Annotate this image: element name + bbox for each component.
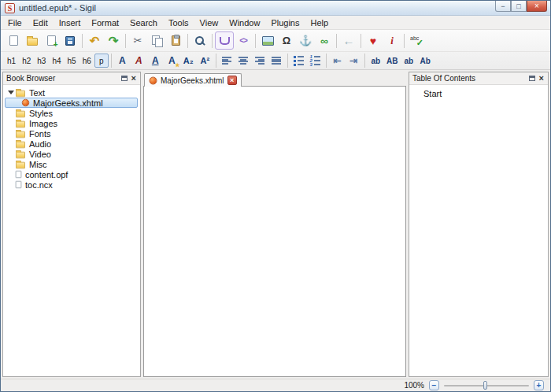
remove-formatting-button[interactable]: A★ xyxy=(164,54,180,68)
superscript-button[interactable]: A² xyxy=(197,54,213,68)
tree-item-fonts-folder[interactable]: Fonts xyxy=(5,128,140,139)
editor-canvas[interactable] xyxy=(143,86,406,377)
menu-insert[interactable]: Insert xyxy=(54,16,87,29)
toolbar-separator xyxy=(255,34,256,48)
insert-id-button[interactable]: ⚓ xyxy=(296,31,315,50)
copy-button[interactable] xyxy=(147,31,166,50)
find-button[interactable] xyxy=(190,31,209,50)
redo-button[interactable]: ↷ xyxy=(104,31,123,50)
special-character-button[interactable]: Ω xyxy=(277,31,296,50)
minimize-button[interactable]: − xyxy=(495,1,511,12)
tree-item-text-folder[interactable]: Text xyxy=(5,87,140,98)
tree-item-styles-folder[interactable]: Styles xyxy=(5,108,140,118)
code-view-button[interactable]: <> xyxy=(234,31,253,50)
menu-search[interactable]: Search xyxy=(124,16,163,29)
uppercase-button[interactable]: AB xyxy=(384,54,401,68)
add-existing-button[interactable] xyxy=(42,31,61,50)
menu-tools[interactable]: Tools xyxy=(163,16,194,29)
close-dock-icon[interactable]: × xyxy=(538,74,545,83)
paragraph-button[interactable]: p xyxy=(94,54,109,68)
tree-item-video-folder[interactable]: Video xyxy=(5,149,140,159)
tree-item-toc-ncx[interactable]: toc.ncx xyxy=(5,179,140,190)
align-right-button[interactable] xyxy=(252,54,268,68)
zoom-slider[interactable] xyxy=(444,380,529,390)
save-button[interactable] xyxy=(61,31,80,50)
align-left-button[interactable] xyxy=(219,54,235,68)
bullet-list-button[interactable] xyxy=(290,54,307,68)
menu-plugins[interactable]: Plugins xyxy=(265,16,305,29)
capitalize-button[interactable]: Ab xyxy=(417,54,434,68)
tab-bar: MajorGeeks.xhtml × xyxy=(143,72,406,86)
bold-button[interactable]: A xyxy=(114,54,131,68)
zoom-out-button[interactable]: − xyxy=(429,380,439,390)
menu-file[interactable]: File xyxy=(2,16,28,29)
tree-item-label: Styles xyxy=(29,109,53,118)
spellcheck-icon: abc ✓ xyxy=(410,35,423,46)
heading-3-button[interactable]: h3 xyxy=(34,54,49,68)
menu-bar: File Edit Insert Format Search Tools Vie… xyxy=(1,16,550,30)
add-file-icon xyxy=(47,35,56,46)
numbered-list-button[interactable] xyxy=(307,54,324,68)
tree-item-images-folder[interactable]: Images xyxy=(5,118,140,128)
sigil-app-icon: S xyxy=(5,3,15,13)
tree-item-audio-folder[interactable]: Audio xyxy=(5,139,140,149)
float-dock-icon[interactable] xyxy=(121,76,128,81)
heading-6-button[interactable]: h6 xyxy=(80,54,94,68)
split-at-cursor-button[interactable] xyxy=(215,31,234,50)
close-dock-icon[interactable]: × xyxy=(131,74,137,83)
book-browser-header: Book Browser × xyxy=(3,72,140,85)
maximize-button[interactable]: □ xyxy=(511,1,527,12)
toolbar-separator xyxy=(212,34,213,48)
tab-label: MajorGeeks.xhtml xyxy=(161,76,224,85)
tab-majorgeeks-xhtml[interactable]: MajorGeeks.xhtml × xyxy=(144,73,242,87)
book-browser-body: Text MajorGeeks.xhtml Styles Imag xyxy=(3,85,140,376)
tree-item-content-opf[interactable]: content.opf xyxy=(5,169,140,179)
expand-arrow-icon[interactable] xyxy=(7,91,15,94)
menu-view[interactable]: View xyxy=(194,16,224,29)
menu-edit[interactable]: Edit xyxy=(28,16,54,29)
align-justify-button[interactable] xyxy=(268,54,285,68)
copy-icon xyxy=(152,35,162,46)
tree-item-label: Audio xyxy=(29,139,51,149)
back-button[interactable]: ← xyxy=(339,31,358,50)
underline-button[interactable]: A xyxy=(147,54,164,68)
float-dock-icon[interactable] xyxy=(529,76,535,81)
title-bar: S untitled.epub* - Sigil − □ × xyxy=(1,1,550,16)
tree-item-misc-folder[interactable]: Misc xyxy=(5,159,140,169)
toc-entry-start[interactable]: Start xyxy=(409,85,548,98)
open-button[interactable] xyxy=(23,31,42,50)
menu-format[interactable]: Format xyxy=(86,16,124,29)
undo-button[interactable]: ↶ xyxy=(85,31,104,50)
lowercase-button[interactable]: ab xyxy=(368,54,384,68)
align-center-button[interactable] xyxy=(235,54,252,68)
menu-window[interactable]: Window xyxy=(224,16,265,29)
tab-close-button[interactable]: × xyxy=(227,76,237,85)
paste-button[interactable] xyxy=(166,31,185,50)
menu-help[interactable]: Help xyxy=(305,16,334,29)
heading-5-button[interactable]: h5 xyxy=(65,54,80,68)
heading-2-button[interactable]: h2 xyxy=(19,54,34,68)
increase-indent-button[interactable]: ⇥ xyxy=(346,54,362,68)
image-icon xyxy=(262,36,274,46)
italic-button[interactable]: A xyxy=(131,54,147,68)
propercase-button[interactable]: ab xyxy=(401,54,417,68)
about-button[interactable]: i xyxy=(383,31,401,50)
decrease-indent-button[interactable]: ⇤ xyxy=(329,54,346,68)
toc-dock: Table Of Contents × Start xyxy=(409,72,549,377)
heading-4-button[interactable]: h4 xyxy=(49,54,64,68)
close-button[interactable]: × xyxy=(527,1,547,12)
zoom-in-button[interactable]: + xyxy=(534,380,544,390)
insert-link-button[interactable]: ∞ xyxy=(315,31,334,50)
underline-icon: A xyxy=(152,56,159,65)
zoom-slider-thumb[interactable] xyxy=(483,381,487,390)
donate-button[interactable]: ♥ xyxy=(364,31,383,50)
spellcheck-button[interactable]: abc ✓ xyxy=(407,31,426,50)
tree-item-majorgeeks-xhtml[interactable]: MajorGeeks.xhtml xyxy=(5,98,138,108)
new-button[interactable] xyxy=(4,31,23,50)
subscript-button[interactable]: A₂ xyxy=(180,54,197,68)
heading-1-button[interactable]: h1 xyxy=(4,54,19,68)
cut-button[interactable]: ✂ xyxy=(128,31,147,50)
bold-icon: A xyxy=(119,56,126,65)
insert-image-button[interactable] xyxy=(258,31,277,50)
toolbar: ↶ ↷ ✂ <> Ω ⚓ ∞ ← ♥ i abc ✓ xyxy=(1,30,550,70)
